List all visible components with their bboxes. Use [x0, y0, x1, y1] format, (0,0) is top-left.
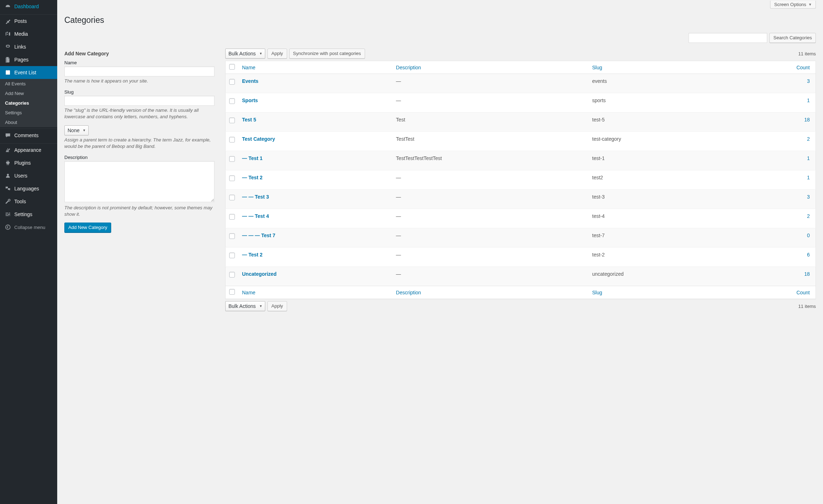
row-count-link[interactable]: 3	[807, 78, 810, 84]
col-name-footer[interactable]: Name	[238, 286, 393, 299]
sidebar-item-posts[interactable]: Posts	[0, 15, 57, 28]
row-checkbox[interactable]	[229, 214, 235, 220]
col-count-header[interactable]: Count	[731, 61, 815, 74]
row-description: —	[393, 248, 589, 267]
sidebar-item-links[interactable]: Links	[0, 40, 57, 53]
row-count-link[interactable]: 3	[807, 194, 810, 200]
collapse-menu[interactable]: Collapse menu	[0, 221, 57, 234]
sidebar-subitem-all-events[interactable]: All Events	[0, 79, 57, 89]
row-count-link[interactable]: 18	[804, 271, 810, 277]
row-count-link[interactable]: 18	[804, 117, 810, 123]
col-slug-header[interactable]: Slug	[588, 61, 731, 74]
row-name-text: Sports	[242, 98, 258, 103]
screen-options-button[interactable]: Screen Options ▼	[770, 1, 816, 9]
sidebar-subitem-add-new[interactable]: Add New	[0, 89, 57, 98]
row-count-link[interactable]: 1	[807, 155, 810, 161]
row-count-link[interactable]: 2	[807, 213, 810, 219]
row-checkbox[interactable]	[229, 195, 235, 200]
apply-bottom-button[interactable]: Apply	[267, 301, 287, 311]
bulk-actions-top[interactable]: Bulk Actions	[225, 49, 265, 59]
table-row: — — Test 4—test-42	[226, 209, 816, 228]
table-row: Test CategoryTestTesttest-category2	[226, 132, 816, 151]
row-checkbox[interactable]	[229, 118, 235, 123]
search-input[interactable]	[689, 33, 767, 43]
row-name-link[interactable]: — — — Test 7	[242, 233, 275, 238]
select-all-bottom[interactable]	[229, 289, 235, 295]
slug-input[interactable]	[64, 96, 215, 106]
link-icon	[4, 43, 11, 50]
row-name-link[interactable]: Sports	[242, 98, 258, 103]
sidebar-item-plugins[interactable]: Plugins	[0, 156, 57, 169]
row-description: —	[393, 170, 589, 190]
sidebar-subitem-categories[interactable]: Categories	[0, 98, 57, 108]
row-name-text: Test Category	[242, 136, 275, 142]
sidebar-item-dashboard[interactable]: Dashboard	[0, 0, 57, 13]
row-checkbox[interactable]	[229, 156, 235, 162]
row-checkbox[interactable]	[229, 98, 235, 104]
select-all-top[interactable]	[229, 64, 235, 70]
col-description-header[interactable]: Description	[393, 61, 589, 74]
row-name-link[interactable]: Events	[242, 78, 258, 84]
add-category-button[interactable]: Add New Category	[64, 223, 111, 233]
row-count-link[interactable]: 0	[807, 233, 810, 238]
table-row: Sports—sports1	[226, 93, 816, 113]
row-slug: test-category	[588, 132, 731, 151]
row-name-link[interactable]: — — Test 3	[242, 194, 269, 200]
row-name-text: Uncategorized	[242, 271, 276, 277]
parent-select[interactable]: None	[64, 125, 89, 135]
col-description-footer[interactable]: Description	[393, 286, 589, 299]
row-name-link[interactable]: — Test 2	[242, 175, 262, 180]
appearance-icon	[4, 146, 11, 154]
table-row: — Test 1TestTestTestTestTesttest-11	[226, 151, 816, 170]
row-count-link[interactable]: 2	[807, 136, 810, 142]
search-categories-button[interactable]: Search Categories	[769, 33, 816, 43]
row-checkbox[interactable]	[229, 137, 235, 143]
col-count-footer[interactable]: Count	[731, 286, 815, 299]
screen-options-label: Screen Options	[774, 2, 806, 7]
bulk-actions-bottom[interactable]: Bulk Actions	[225, 301, 265, 311]
sidebar-item-tools[interactable]: Tools	[0, 195, 57, 208]
pin-icon	[4, 18, 11, 25]
admin-sidebar: DashboardPostsMediaLinksPagesEvent ListA…	[0, 0, 57, 328]
sidebar-item-label: Pages	[14, 57, 29, 63]
row-name-text: Test 4	[255, 213, 269, 219]
sync-button[interactable]: Synchronize with post categories	[289, 49, 365, 59]
sidebar-item-users[interactable]: Users	[0, 169, 57, 182]
sidebar-item-media[interactable]: Media	[0, 28, 57, 40]
row-checkbox[interactable]	[229, 79, 235, 85]
row-name-text: Test 7	[261, 233, 275, 238]
row-count-link[interactable]: 6	[807, 252, 810, 258]
row-name-link[interactable]: — Test 2	[242, 252, 262, 258]
sidebar-item-languages[interactable]: Languages	[0, 182, 57, 195]
name-input[interactable]	[64, 66, 215, 76]
col-slug-footer[interactable]: Slug	[588, 286, 731, 299]
sidebar-item-pages[interactable]: Pages	[0, 53, 57, 66]
row-description: TestTest	[393, 132, 589, 151]
apply-top-button[interactable]: Apply	[267, 49, 287, 59]
row-count-link[interactable]: 1	[807, 175, 810, 180]
row-name-link[interactable]: Test Category	[242, 136, 275, 142]
sidebar-item-appearance[interactable]: Appearance	[0, 144, 57, 156]
row-indent-prefix: — — —	[242, 233, 261, 238]
col-name-header[interactable]: Name	[238, 61, 393, 74]
sidebar-subitem-about[interactable]: About	[0, 118, 57, 127]
row-checkbox[interactable]	[229, 272, 235, 278]
row-name-link[interactable]: — Test 1	[242, 155, 262, 161]
row-description: TestTestTestTestTest	[393, 151, 589, 170]
description-textarea[interactable]	[64, 161, 215, 202]
row-name-link[interactable]: — — Test 4	[242, 213, 269, 219]
sidebar-item-event-list[interactable]: Event List	[0, 66, 57, 79]
row-name-link[interactable]: Test 5	[242, 117, 256, 123]
row-name-link[interactable]: Uncategorized	[242, 271, 276, 277]
sidebar-item-comments[interactable]: Comments	[0, 129, 57, 142]
sidebar-item-label: Tools	[14, 199, 26, 204]
row-count-link[interactable]: 1	[807, 98, 810, 103]
sidebar-item-label: Links	[14, 44, 26, 50]
sidebar-subitem-settings[interactable]: Settings	[0, 108, 57, 118]
category-list-panel: Bulk Actions Apply Synchronize with post…	[225, 46, 816, 313]
row-checkbox[interactable]	[229, 253, 235, 258]
row-indent-prefix: — —	[242, 194, 255, 200]
sidebar-item-settings[interactable]: Settings	[0, 208, 57, 221]
row-checkbox[interactable]	[229, 175, 235, 181]
row-checkbox[interactable]	[229, 233, 235, 239]
